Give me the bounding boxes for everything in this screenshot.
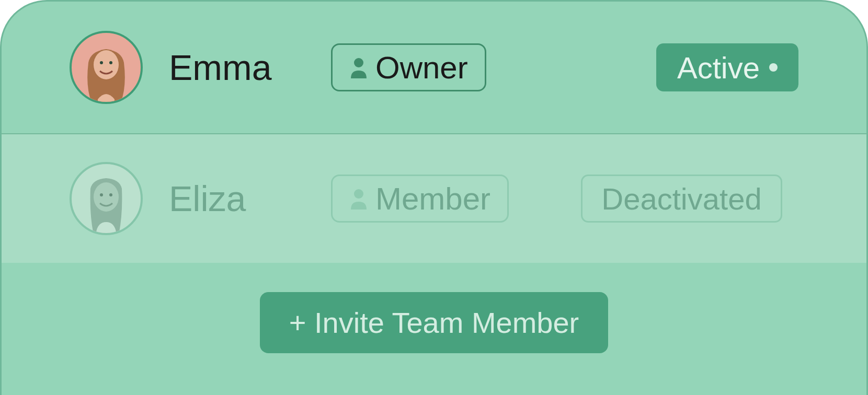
status-badge: Deactivated: [581, 175, 782, 223]
svg-point-4: [354, 58, 363, 67]
svg-point-3: [109, 61, 112, 64]
invite-button-label: + Invite Team Member: [289, 306, 579, 340]
svg-point-2: [100, 61, 103, 64]
status-label: Active: [677, 50, 760, 85]
member-row[interactable]: Eliza Member Deactivated: [2, 134, 866, 263]
person-icon: [349, 187, 368, 210]
invite-team-member-button[interactable]: + Invite Team Member: [260, 292, 609, 353]
role-chip[interactable]: Member: [331, 175, 509, 223]
avatar-illustration-icon: [75, 173, 138, 235]
role-label: Member: [375, 181, 490, 217]
person-icon: [349, 56, 368, 79]
svg-point-6: [100, 193, 103, 196]
avatar: [70, 31, 143, 104]
role-chip[interactable]: Owner: [331, 43, 486, 91]
svg-point-8: [354, 189, 363, 199]
svg-point-7: [109, 193, 112, 196]
status-dot-icon: [769, 63, 778, 72]
svg-point-5: [94, 182, 119, 212]
status-label: Deactivated: [601, 181, 761, 216]
member-name: Eliza: [169, 178, 305, 219]
member-row[interactable]: Emma Owner Active: [2, 2, 866, 134]
member-name: Emma: [169, 47, 305, 88]
avatar-illustration-icon: [75, 42, 138, 104]
avatar: [70, 162, 143, 235]
svg-point-1: [94, 50, 119, 79]
role-label: Owner: [375, 50, 468, 86]
status-badge: Active: [656, 43, 798, 91]
team-members-panel: Emma Owner Active Eliza: [0, 0, 868, 395]
panel-footer: + Invite Team Member: [2, 263, 866, 353]
